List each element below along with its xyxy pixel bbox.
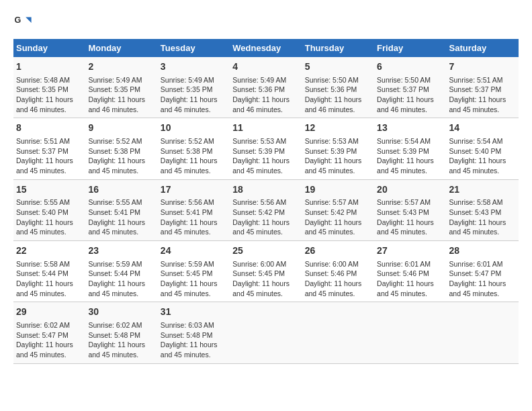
sunset: Sunset: 5:45 PM	[232, 269, 285, 277]
sunset: Sunset: 5:48 PM	[88, 331, 140, 339]
sunset: Sunset: 5:38 PM	[161, 147, 213, 155]
daylight: Daylight: 11 hours and 45 minutes.	[161, 340, 218, 359]
sunrise: Sunrise: 5:59 AM	[161, 260, 214, 268]
day-number: 18	[232, 183, 299, 197]
daylight: Daylight: 11 hours and 45 minutes.	[16, 279, 73, 298]
day-number: 21	[449, 183, 516, 197]
day-cell: 18Sunrise: 5:56 AMSunset: 5:42 PMDayligh…	[230, 179, 302, 240]
day-cell: 17Sunrise: 5:56 AMSunset: 5:41 PMDayligh…	[158, 179, 230, 240]
day-cell: 23Sunrise: 5:59 AMSunset: 5:44 PMDayligh…	[85, 241, 157, 302]
day-number: 31	[161, 306, 227, 319]
sunrise: Sunrise: 6:03 AM	[161, 321, 214, 329]
sunset: Sunset: 5:45 PM	[161, 269, 213, 277]
header-day-wednesday: Wednesday	[230, 39, 302, 57]
sunrise: Sunrise: 5:53 AM	[232, 137, 286, 145]
day-cell: 6Sunrise: 5:50 AMSunset: 5:37 PMDaylight…	[374, 57, 446, 118]
sunset: Sunset: 5:42 PM	[232, 208, 285, 216]
header-day-friday: Friday	[374, 39, 446, 57]
sunrise: Sunrise: 5:55 AM	[88, 198, 142, 206]
daylight: Daylight: 11 hours and 45 minutes.	[232, 156, 290, 175]
sunrise: Sunrise: 6:00 AM	[305, 260, 359, 268]
day-number: 20	[377, 183, 443, 197]
daylight: Daylight: 11 hours and 45 minutes.	[161, 156, 218, 175]
day-cell: 16Sunrise: 5:55 AMSunset: 5:41 PMDayligh…	[85, 179, 157, 240]
day-cell: 1Sunrise: 5:48 AMSunset: 5:35 PMDaylight…	[13, 57, 85, 118]
day-number: 2	[88, 60, 154, 74]
sunrise: Sunrise: 5:50 AM	[305, 76, 359, 84]
day-cell: 29Sunrise: 6:02 AMSunset: 5:47 PMDayligh…	[13, 302, 85, 363]
sunset: Sunset: 5:35 PM	[161, 85, 213, 93]
day-cell: 20Sunrise: 5:57 AMSunset: 5:43 PMDayligh…	[374, 179, 446, 240]
sunset: Sunset: 5:36 PM	[305, 85, 357, 93]
day-cell: 9Sunrise: 5:52 AMSunset: 5:38 PMDaylight…	[85, 118, 157, 179]
sunset: Sunset: 5:43 PM	[449, 208, 502, 216]
sunrise: Sunrise: 5:56 AM	[232, 198, 286, 206]
daylight: Daylight: 11 hours and 45 minutes.	[161, 218, 218, 236]
header-day-saturday: Saturday	[447, 39, 519, 57]
daylight: Daylight: 11 hours and 45 minutes.	[88, 340, 145, 359]
daylight: Daylight: 11 hours and 45 minutes.	[377, 279, 434, 298]
day-number: 15	[16, 183, 83, 197]
day-number: 26	[305, 244, 371, 258]
day-cell: 10Sunrise: 5:52 AMSunset: 5:38 PMDayligh…	[158, 118, 230, 179]
day-number: 30	[88, 306, 154, 319]
sunset: Sunset: 5:47 PM	[16, 331, 69, 339]
sunrise: Sunrise: 5:55 AM	[16, 198, 70, 206]
week-row-5: 29Sunrise: 6:02 AMSunset: 5:47 PMDayligh…	[13, 302, 519, 363]
daylight: Daylight: 11 hours and 45 minutes.	[88, 156, 145, 175]
day-number: 4	[232, 60, 299, 74]
sunrise: Sunrise: 6:02 AM	[16, 321, 70, 329]
sunset: Sunset: 5:39 PM	[305, 147, 357, 155]
day-cell: 26Sunrise: 6:00 AMSunset: 5:46 PMDayligh…	[302, 241, 374, 302]
sunset: Sunset: 5:43 PM	[377, 208, 429, 216]
sunset: Sunset: 5:46 PM	[305, 269, 357, 277]
page-header: G	[13, 13, 519, 32]
day-cell: 7Sunrise: 5:51 AMSunset: 5:37 PMDaylight…	[447, 57, 519, 118]
sunset: Sunset: 5:47 PM	[449, 269, 502, 277]
day-cell	[230, 302, 302, 363]
sunrise: Sunrise: 5:56 AM	[161, 198, 214, 206]
sunrise: Sunrise: 5:48 AM	[16, 76, 70, 84]
sunrise: Sunrise: 5:51 AM	[16, 137, 70, 145]
sunset: Sunset: 5:36 PM	[232, 85, 285, 93]
day-number: 19	[305, 183, 371, 197]
day-number: 9	[88, 122, 154, 135]
day-cell: 27Sunrise: 6:01 AMSunset: 5:46 PMDayligh…	[374, 241, 446, 302]
day-cell: 31Sunrise: 6:03 AMSunset: 5:48 PMDayligh…	[158, 302, 230, 363]
day-cell	[302, 302, 374, 363]
logo-icon: G	[13, 13, 32, 32]
day-cell: 5Sunrise: 5:50 AMSunset: 5:36 PMDaylight…	[302, 57, 374, 118]
sunrise: Sunrise: 6:02 AM	[88, 321, 142, 329]
daylight: Daylight: 11 hours and 45 minutes.	[377, 218, 434, 236]
daylight: Daylight: 11 hours and 45 minutes.	[449, 279, 506, 298]
header-day-monday: Monday	[85, 39, 157, 57]
sunrise: Sunrise: 5:58 AM	[449, 198, 503, 206]
sunset: Sunset: 5:44 PM	[88, 269, 140, 277]
svg-text:G: G	[14, 15, 21, 25]
day-cell	[447, 302, 519, 363]
daylight: Daylight: 11 hours and 46 minutes.	[377, 95, 434, 113]
sunrise: Sunrise: 5:52 AM	[161, 137, 214, 145]
sunset: Sunset: 5:48 PM	[161, 331, 213, 339]
sunset: Sunset: 5:42 PM	[305, 208, 357, 216]
daylight: Daylight: 11 hours and 45 minutes.	[449, 218, 506, 236]
week-row-1: 1Sunrise: 5:48 AMSunset: 5:35 PMDaylight…	[13, 57, 519, 118]
day-cell: 21Sunrise: 5:58 AMSunset: 5:43 PMDayligh…	[447, 179, 519, 240]
day-cell: 4Sunrise: 5:49 AMSunset: 5:36 PMDaylight…	[230, 57, 302, 118]
day-number: 24	[161, 244, 227, 258]
daylight: Daylight: 11 hours and 46 minutes.	[305, 95, 362, 113]
day-cell	[374, 302, 446, 363]
sunset: Sunset: 5:35 PM	[88, 85, 140, 93]
sunrise: Sunrise: 5:57 AM	[305, 198, 359, 206]
sunrise: Sunrise: 5:57 AM	[377, 198, 431, 206]
day-number: 10	[161, 122, 227, 135]
sunrise: Sunrise: 5:49 AM	[232, 76, 286, 84]
sunset: Sunset: 5:35 PM	[16, 85, 69, 93]
sunset: Sunset: 5:39 PM	[377, 147, 429, 155]
day-number: 11	[232, 122, 299, 135]
day-number: 3	[161, 60, 227, 74]
header-day-thursday: Thursday	[302, 39, 374, 57]
sunset: Sunset: 5:40 PM	[16, 208, 69, 216]
day-cell: 24Sunrise: 5:59 AMSunset: 5:45 PMDayligh…	[158, 241, 230, 302]
daylight: Daylight: 11 hours and 45 minutes.	[232, 218, 290, 236]
